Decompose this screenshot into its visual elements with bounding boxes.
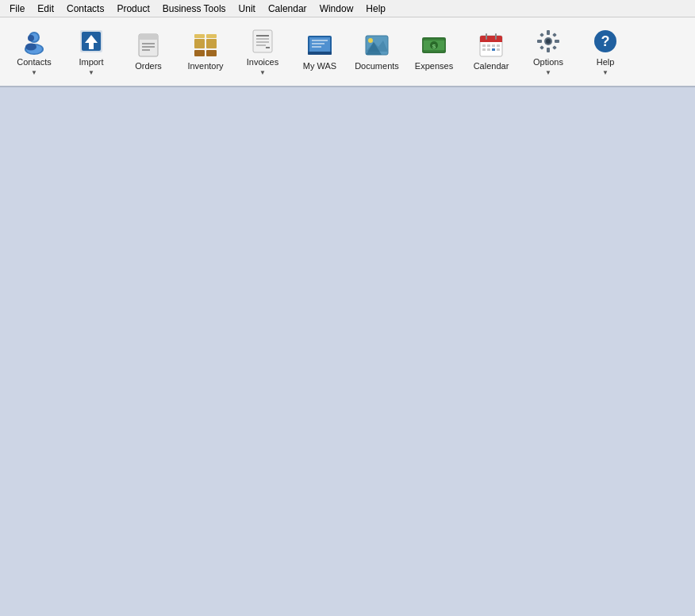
- svg-rect-42: [422, 50, 446, 53]
- my-was-icon: [305, 31, 334, 60]
- svg-rect-45: [480, 39, 502, 42]
- menu-contacts[interactable]: Contacts: [60, 2, 110, 16]
- menu-edit[interactable]: Edit: [31, 2, 60, 16]
- toolbar-documents-button[interactable]: Documents: [349, 21, 405, 83]
- toolbar-contacts-button[interactable]: Contacts ▼: [6, 21, 62, 83]
- expenses-icon: $: [420, 31, 448, 60]
- svg-point-4: [28, 35, 34, 41]
- svg-rect-59: [547, 48, 550, 52]
- svg-rect-54: [492, 48, 495, 51]
- options-icon: [534, 27, 563, 56]
- svg-point-36: [368, 38, 373, 43]
- svg-rect-14: [194, 39, 205, 48]
- svg-rect-49: [487, 44, 490, 47]
- my-was-label: My WAS: [303, 61, 336, 71]
- svg-text:$: $: [432, 43, 436, 50]
- svg-rect-41: [422, 37, 446, 40]
- documents-label: Documents: [355, 61, 399, 71]
- svg-rect-60: [537, 40, 542, 43]
- options-chevron: ▼: [545, 69, 551, 76]
- toolbar-invoices-button[interactable]: Invoices ▼: [235, 21, 290, 83]
- menu-bar: File Edit Contacts Product Business Tool…: [0, 0, 695, 17]
- svg-rect-10: [139, 34, 158, 40]
- calendar-icon: [477, 31, 505, 60]
- import-icon: [77, 27, 106, 56]
- toolbar-inventory-button[interactable]: Inventory: [178, 21, 233, 83]
- import-label: Import: [79, 57, 103, 67]
- svg-rect-27: [309, 37, 330, 52]
- contacts-label: Contacts: [17, 57, 51, 67]
- contacts-icon: [20, 27, 48, 56]
- svg-rect-17: [206, 50, 217, 56]
- svg-rect-64: [539, 46, 544, 51]
- svg-rect-62: [539, 33, 544, 38]
- inventory-icon: [191, 31, 220, 60]
- menu-business-tools[interactable]: Business Tools: [156, 2, 232, 16]
- help-chevron: ▼: [602, 69, 609, 76]
- toolbar-help-button[interactable]: ? Help ▼: [578, 21, 633, 83]
- toolbar-expenses-button[interactable]: $ Expenses: [406, 21, 462, 83]
- svg-rect-16: [194, 50, 205, 56]
- svg-point-57: [546, 39, 551, 44]
- menu-unit[interactable]: Unit: [232, 2, 262, 16]
- toolbar-import-button[interactable]: Import ▼: [63, 21, 119, 83]
- calendar-label: Calendar: [474, 61, 509, 71]
- svg-point-5: [25, 44, 36, 51]
- invoices-icon: [248, 27, 277, 56]
- toolbar-orders-button[interactable]: Orders: [121, 21, 176, 83]
- svg-rect-53: [487, 48, 490, 51]
- orders-label: Orders: [135, 61, 162, 71]
- help-icon: ?: [591, 27, 620, 56]
- invoices-chevron: ▼: [259, 69, 266, 76]
- menu-help[interactable]: Help: [359, 2, 392, 16]
- toolbar-my-was-button[interactable]: My WAS: [292, 21, 348, 83]
- contacts-chevron: ▼: [31, 69, 37, 76]
- svg-rect-20: [253, 30, 272, 52]
- toolbar-calendar-button[interactable]: Calendar: [463, 21, 519, 83]
- documents-icon: [363, 31, 391, 60]
- toolbar: Contacts ▼ Import ▼ Orders: [0, 17, 695, 87]
- main-content: [0, 87, 695, 616]
- svg-rect-52: [482, 48, 486, 51]
- invoices-label: Invoices: [247, 57, 278, 67]
- svg-rect-58: [547, 30, 550, 35]
- svg-rect-18: [194, 34, 205, 38]
- expenses-label: Expenses: [415, 61, 453, 71]
- menu-calendar[interactable]: Calendar: [262, 2, 313, 16]
- svg-rect-65: [552, 33, 557, 38]
- help-label: Help: [597, 57, 615, 67]
- menu-file[interactable]: File: [3, 2, 31, 16]
- orders-icon: [134, 31, 163, 60]
- import-chevron: ▼: [88, 69, 94, 76]
- svg-rect-51: [497, 44, 500, 47]
- svg-rect-15: [206, 39, 217, 48]
- svg-rect-28: [308, 52, 332, 55]
- options-label: Options: [533, 57, 563, 67]
- menu-window[interactable]: Window: [313, 2, 360, 16]
- menu-product[interactable]: Product: [110, 2, 156, 16]
- svg-rect-55: [497, 48, 500, 51]
- svg-text:?: ?: [601, 33, 610, 49]
- inventory-label: Inventory: [187, 61, 223, 71]
- svg-rect-48: [482, 44, 486, 47]
- toolbar-options-button[interactable]: Options ▼: [520, 21, 576, 83]
- svg-rect-50: [492, 44, 495, 47]
- svg-rect-63: [552, 46, 557, 51]
- svg-rect-19: [206, 34, 217, 38]
- svg-rect-61: [555, 40, 559, 43]
